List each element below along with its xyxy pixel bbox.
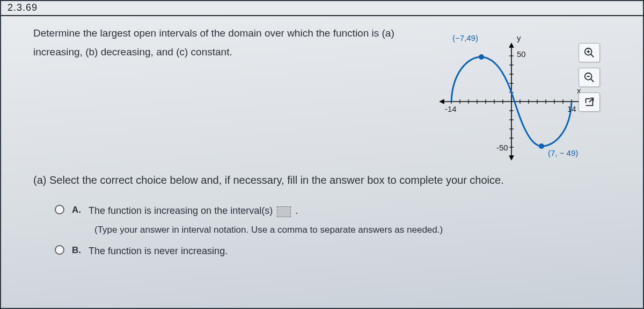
svg-point-26: [479, 54, 484, 60]
option-a-radio[interactable]: [55, 205, 64, 214]
option-a-letter: A.: [72, 205, 81, 215]
option-a-text-before: The function is increasing on the interv…: [89, 205, 273, 216]
graph-svg: [436, 40, 584, 163]
x-tick-neg: -14: [445, 104, 457, 113]
question-number: 2.3.69: [1, 1, 643, 15]
zoom-in-icon: [583, 47, 595, 59]
svg-point-27: [539, 143, 544, 149]
option-b-letter: B.: [72, 245, 81, 256]
question-text: Determine the largest open intervals of …: [33, 24, 441, 61]
y-tick-pos: 50: [517, 49, 526, 59]
option-b-text: The function is never increasing.: [89, 243, 228, 260]
answer-input-box[interactable]: [277, 206, 291, 217]
option-a-row[interactable]: A. The function is increasing on the int…: [55, 203, 621, 219]
option-a-hint: (Type your answer in interval notation. …: [94, 225, 621, 235]
svg-line-33: [591, 79, 594, 82]
option-b-radio[interactable]: [55, 245, 64, 255]
svg-line-29: [591, 54, 594, 58]
question-panel: 2.3.69 Determine the largest open interv…: [0, 0, 644, 309]
graph-point1-label: (−7,49): [452, 33, 478, 42]
y-tick-neg: -50: [496, 143, 508, 152]
option-a-text-after: .: [295, 205, 298, 216]
popout-icon: [583, 96, 595, 108]
question-header: 2.3.69: [1, 1, 643, 16]
graph-plot: (−7,49) (7, − 49) y x 50 -50 -14 14: [436, 40, 584, 163]
y-axis-label: y: [517, 33, 521, 42]
option-a-text: The function is increasing on the interv…: [89, 203, 298, 219]
x-tick-pos: 14: [567, 104, 576, 113]
graph-point2-label: (7, − 49): [548, 148, 578, 157]
zoom-out-icon: [583, 71, 595, 83]
zoom-out-button[interactable]: [579, 68, 600, 87]
option-b-row[interactable]: B. The function is never increasing.: [55, 243, 621, 260]
part-a-prompt: (a) Select the correct choice below and,…: [33, 174, 586, 186]
zoom-in-button[interactable]: [579, 43, 600, 62]
popout-button[interactable]: [579, 92, 600, 112]
